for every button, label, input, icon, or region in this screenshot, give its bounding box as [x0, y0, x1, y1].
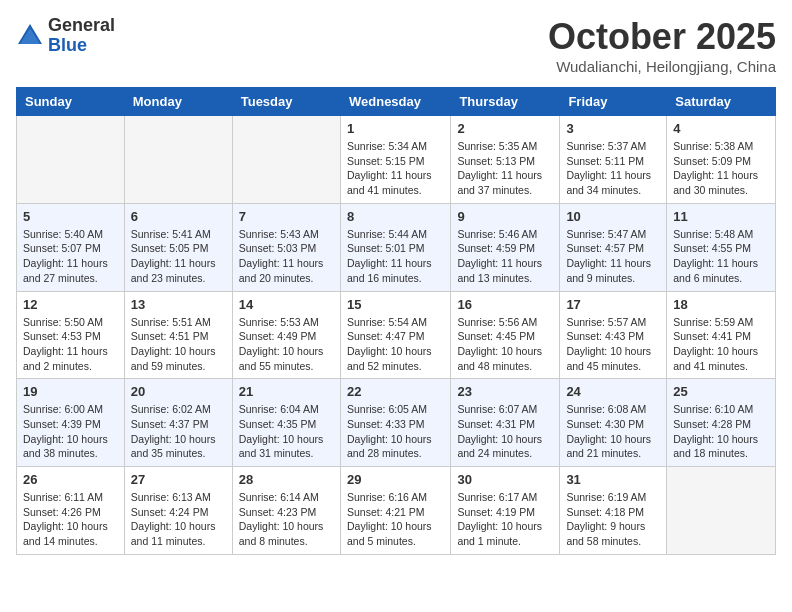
day-info: Sunrise: 6:17 AM Sunset: 4:19 PM Dayligh…	[457, 490, 553, 549]
day-number: 10	[566, 209, 660, 224]
calendar-cell: 13Sunrise: 5:51 AM Sunset: 4:51 PM Dayli…	[124, 291, 232, 379]
day-number: 12	[23, 297, 118, 312]
day-info: Sunrise: 6:13 AM Sunset: 4:24 PM Dayligh…	[131, 490, 226, 549]
day-number: 20	[131, 384, 226, 399]
weekday-header-thursday: Thursday	[451, 88, 560, 116]
weekday-header-row: SundayMondayTuesdayWednesdayThursdayFrid…	[17, 88, 776, 116]
day-info: Sunrise: 5:37 AM Sunset: 5:11 PM Dayligh…	[566, 139, 660, 198]
calendar-cell: 25Sunrise: 6:10 AM Sunset: 4:28 PM Dayli…	[667, 379, 776, 467]
calendar-cell: 26Sunrise: 6:11 AM Sunset: 4:26 PM Dayli…	[17, 467, 125, 555]
calendar-cell: 29Sunrise: 6:16 AM Sunset: 4:21 PM Dayli…	[340, 467, 450, 555]
day-info: Sunrise: 5:59 AM Sunset: 4:41 PM Dayligh…	[673, 315, 769, 374]
calendar-cell: 8Sunrise: 5:44 AM Sunset: 5:01 PM Daylig…	[340, 203, 450, 291]
logo-icon	[16, 22, 44, 50]
logo-text: General Blue	[48, 16, 115, 56]
day-info: Sunrise: 5:38 AM Sunset: 5:09 PM Dayligh…	[673, 139, 769, 198]
logo: General Blue	[16, 16, 115, 56]
calendar-cell: 31Sunrise: 6:19 AM Sunset: 4:18 PM Dayli…	[560, 467, 667, 555]
calendar-cell: 17Sunrise: 5:57 AM Sunset: 4:43 PM Dayli…	[560, 291, 667, 379]
day-info: Sunrise: 5:53 AM Sunset: 4:49 PM Dayligh…	[239, 315, 334, 374]
day-number: 25	[673, 384, 769, 399]
calendar-cell: 21Sunrise: 6:04 AM Sunset: 4:35 PM Dayli…	[232, 379, 340, 467]
calendar-cell: 27Sunrise: 6:13 AM Sunset: 4:24 PM Dayli…	[124, 467, 232, 555]
calendar-cell: 12Sunrise: 5:50 AM Sunset: 4:53 PM Dayli…	[17, 291, 125, 379]
day-number: 6	[131, 209, 226, 224]
calendar-cell: 7Sunrise: 5:43 AM Sunset: 5:03 PM Daylig…	[232, 203, 340, 291]
day-number: 11	[673, 209, 769, 224]
day-info: Sunrise: 5:40 AM Sunset: 5:07 PM Dayligh…	[23, 227, 118, 286]
calendar-cell: 22Sunrise: 6:05 AM Sunset: 4:33 PM Dayli…	[340, 379, 450, 467]
calendar-cell: 9Sunrise: 5:46 AM Sunset: 4:59 PM Daylig…	[451, 203, 560, 291]
calendar-week-row: 26Sunrise: 6:11 AM Sunset: 4:26 PM Dayli…	[17, 467, 776, 555]
day-number: 1	[347, 121, 444, 136]
logo-general-text: General	[48, 16, 115, 36]
calendar-cell: 15Sunrise: 5:54 AM Sunset: 4:47 PM Dayli…	[340, 291, 450, 379]
day-number: 15	[347, 297, 444, 312]
day-info: Sunrise: 6:10 AM Sunset: 4:28 PM Dayligh…	[673, 402, 769, 461]
day-info: Sunrise: 5:34 AM Sunset: 5:15 PM Dayligh…	[347, 139, 444, 198]
calendar-week-row: 5Sunrise: 5:40 AM Sunset: 5:07 PM Daylig…	[17, 203, 776, 291]
logo-blue-text: Blue	[48, 36, 115, 56]
calendar-cell: 1Sunrise: 5:34 AM Sunset: 5:15 PM Daylig…	[340, 116, 450, 204]
page-header: General Blue October 2025 Wudalianchi, H…	[16, 16, 776, 75]
day-info: Sunrise: 6:02 AM Sunset: 4:37 PM Dayligh…	[131, 402, 226, 461]
day-number: 7	[239, 209, 334, 224]
day-info: Sunrise: 5:57 AM Sunset: 4:43 PM Dayligh…	[566, 315, 660, 374]
day-info: Sunrise: 6:19 AM Sunset: 4:18 PM Dayligh…	[566, 490, 660, 549]
calendar-cell: 4Sunrise: 5:38 AM Sunset: 5:09 PM Daylig…	[667, 116, 776, 204]
calendar-cell: 2Sunrise: 5:35 AM Sunset: 5:13 PM Daylig…	[451, 116, 560, 204]
calendar-cell: 30Sunrise: 6:17 AM Sunset: 4:19 PM Dayli…	[451, 467, 560, 555]
calendar-cell: 14Sunrise: 5:53 AM Sunset: 4:49 PM Dayli…	[232, 291, 340, 379]
day-number: 21	[239, 384, 334, 399]
day-number: 8	[347, 209, 444, 224]
calendar-cell: 23Sunrise: 6:07 AM Sunset: 4:31 PM Dayli…	[451, 379, 560, 467]
calendar-cell: 6Sunrise: 5:41 AM Sunset: 5:05 PM Daylig…	[124, 203, 232, 291]
day-info: Sunrise: 6:16 AM Sunset: 4:21 PM Dayligh…	[347, 490, 444, 549]
day-info: Sunrise: 6:07 AM Sunset: 4:31 PM Dayligh…	[457, 402, 553, 461]
day-info: Sunrise: 6:11 AM Sunset: 4:26 PM Dayligh…	[23, 490, 118, 549]
calendar-week-row: 19Sunrise: 6:00 AM Sunset: 4:39 PM Dayli…	[17, 379, 776, 467]
day-number: 27	[131, 472, 226, 487]
day-info: Sunrise: 5:35 AM Sunset: 5:13 PM Dayligh…	[457, 139, 553, 198]
calendar-week-row: 1Sunrise: 5:34 AM Sunset: 5:15 PM Daylig…	[17, 116, 776, 204]
day-number: 31	[566, 472, 660, 487]
day-info: Sunrise: 5:43 AM Sunset: 5:03 PM Dayligh…	[239, 227, 334, 286]
calendar-cell	[232, 116, 340, 204]
location: Wudalianchi, Heilongjiang, China	[548, 58, 776, 75]
day-info: Sunrise: 5:48 AM Sunset: 4:55 PM Dayligh…	[673, 227, 769, 286]
calendar-cell: 11Sunrise: 5:48 AM Sunset: 4:55 PM Dayli…	[667, 203, 776, 291]
day-info: Sunrise: 5:44 AM Sunset: 5:01 PM Dayligh…	[347, 227, 444, 286]
calendar-cell: 16Sunrise: 5:56 AM Sunset: 4:45 PM Dayli…	[451, 291, 560, 379]
calendar-cell	[124, 116, 232, 204]
day-number: 17	[566, 297, 660, 312]
calendar-cell: 20Sunrise: 6:02 AM Sunset: 4:37 PM Dayli…	[124, 379, 232, 467]
calendar-table: SundayMondayTuesdayWednesdayThursdayFrid…	[16, 87, 776, 555]
weekday-header-tuesday: Tuesday	[232, 88, 340, 116]
day-info: Sunrise: 6:04 AM Sunset: 4:35 PM Dayligh…	[239, 402, 334, 461]
calendar-cell: 5Sunrise: 5:40 AM Sunset: 5:07 PM Daylig…	[17, 203, 125, 291]
day-info: Sunrise: 5:41 AM Sunset: 5:05 PM Dayligh…	[131, 227, 226, 286]
calendar-header: SundayMondayTuesdayWednesdayThursdayFrid…	[17, 88, 776, 116]
calendar-week-row: 12Sunrise: 5:50 AM Sunset: 4:53 PM Dayli…	[17, 291, 776, 379]
day-number: 2	[457, 121, 553, 136]
weekday-header-wednesday: Wednesday	[340, 88, 450, 116]
day-number: 18	[673, 297, 769, 312]
day-number: 14	[239, 297, 334, 312]
calendar-cell	[667, 467, 776, 555]
day-number: 22	[347, 384, 444, 399]
calendar-cell: 3Sunrise: 5:37 AM Sunset: 5:11 PM Daylig…	[560, 116, 667, 204]
day-number: 19	[23, 384, 118, 399]
day-number: 30	[457, 472, 553, 487]
day-number: 9	[457, 209, 553, 224]
day-number: 24	[566, 384, 660, 399]
day-info: Sunrise: 6:08 AM Sunset: 4:30 PM Dayligh…	[566, 402, 660, 461]
day-number: 28	[239, 472, 334, 487]
day-number: 3	[566, 121, 660, 136]
month-title: October 2025	[548, 16, 776, 58]
day-number: 29	[347, 472, 444, 487]
day-number: 4	[673, 121, 769, 136]
day-info: Sunrise: 5:46 AM Sunset: 4:59 PM Dayligh…	[457, 227, 553, 286]
calendar-body: 1Sunrise: 5:34 AM Sunset: 5:15 PM Daylig…	[17, 116, 776, 555]
day-info: Sunrise: 6:05 AM Sunset: 4:33 PM Dayligh…	[347, 402, 444, 461]
calendar-cell: 18Sunrise: 5:59 AM Sunset: 4:41 PM Dayli…	[667, 291, 776, 379]
